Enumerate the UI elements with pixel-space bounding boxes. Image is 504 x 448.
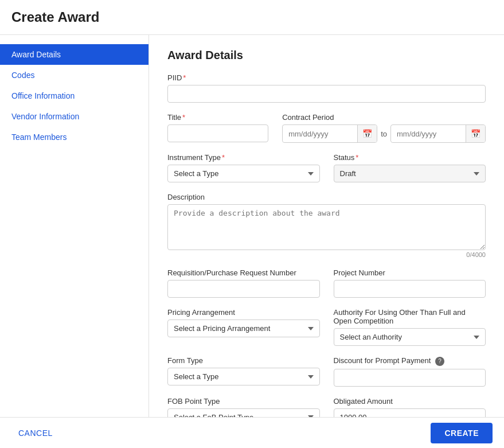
fob-point-group: FOB Point Type Select a FoB Point Type [167,397,320,420]
req-number-input[interactable] [167,280,320,298]
req-project-row: Requisition/Purchase Request Number Proj… [167,268,486,298]
page-header: Create Award [0,0,504,35]
piid-label: PIID* [167,73,486,82]
contract-period-group: Contract Period 📅 to 📅 [282,113,486,143]
date-from-wrapper: 📅 [282,124,377,143]
instrument-type-label: Instrument Type* [167,153,320,162]
authority-label: Authority For Using Other Than Full and … [334,308,486,325]
req-number-group: Requisition/Purchase Request Number [167,268,320,298]
form-type-label: Form Type [167,356,320,365]
status-select[interactable]: Draft [334,165,486,182]
description-row: Description 0/4000 [167,193,486,258]
content-area: Award Details PIID* Title* Contract Peri… [149,35,504,420]
req-number-label: Requisition/Purchase Request Number [167,268,320,277]
calendar-from-icon[interactable]: 📅 [357,125,377,142]
title-group: Title* [167,113,268,143]
fob-point-label: FOB Point Type [167,397,320,406]
project-number-group: Project Number [334,268,486,298]
sidebar: Award Details Codes Office Information V… [0,35,149,420]
authority-select[interactable]: Select an Authority [334,328,486,346]
pricing-arrangement-select[interactable]: Select a Pricing Arrangement [167,320,320,337]
form-type-group: Form Type Select a Type [167,356,320,387]
main-layout: Award Details Codes Office Information V… [0,35,504,420]
calendar-to-icon[interactable]: 📅 [466,125,485,142]
fob-obligated-row: FOB Point Type Select a FoB Point Type O… [167,397,486,420]
instrument-type-group: Instrument Type* Select a Type [167,153,320,182]
project-number-input[interactable] [334,280,486,298]
pricing-authority-row: Pricing Arrangement Select a Pricing Arr… [167,308,486,346]
obligated-amount-group: Obligated Amount [334,397,486,420]
page-title: Create Award [11,9,493,25]
discount-label: Discount for Prompt Payment ? [334,356,486,366]
date-group: 📅 to 📅 [282,124,486,143]
status-label: Status* [334,153,486,162]
footer: CANCEL CREATE [0,417,504,420]
piid-group: PIID* [167,73,486,103]
instrument-type-select[interactable]: Select a Type [167,165,320,182]
title-input[interactable] [167,124,268,142]
description-group: Description 0/4000 [167,193,486,258]
pricing-arrangement-group: Pricing Arrangement Select a Pricing Arr… [167,308,320,346]
discount-group: Discount for Prompt Payment ? [334,356,486,387]
discount-help-icon[interactable]: ? [435,357,444,366]
date-separator: to [381,130,387,138]
obligated-amount-label: Obligated Amount [334,397,486,406]
sidebar-item-vendor-information[interactable]: Vendor Information [0,106,149,127]
sidebar-item-office-information[interactable]: Office Information [0,85,149,106]
description-textarea[interactable] [167,204,486,250]
description-label: Description [167,193,486,201]
date-to-input[interactable] [391,126,466,142]
status-group: Status* Draft [334,153,486,182]
sidebar-item-award-details[interactable]: Award Details [0,44,149,65]
section-title: Award Details [167,49,486,62]
date-from-input[interactable] [283,126,357,142]
instrument-status-row: Instrument Type* Select a Type Status* D… [167,153,486,182]
piid-row: PIID* [167,73,486,103]
piid-input[interactable] [167,85,486,103]
discount-input[interactable] [334,369,486,387]
date-to-wrapper: 📅 [390,124,486,143]
title-contract-row: Title* Contract Period 📅 to 📅 [167,113,486,143]
title-label: Title* [167,113,268,122]
sidebar-item-codes[interactable]: Codes [0,65,149,85]
sidebar-item-team-members[interactable]: Team Members [0,127,149,147]
pricing-arrangement-label: Pricing Arrangement [167,308,320,317]
formtype-discount-row: Form Type Select a Type Discount for Pro… [167,356,486,387]
char-count: 0/4000 [167,251,486,258]
authority-group: Authority For Using Other Than Full and … [334,308,486,346]
project-number-label: Project Number [334,268,486,277]
contract-period-label: Contract Period [282,113,486,122]
form-type-select[interactable]: Select a Type [167,368,320,385]
